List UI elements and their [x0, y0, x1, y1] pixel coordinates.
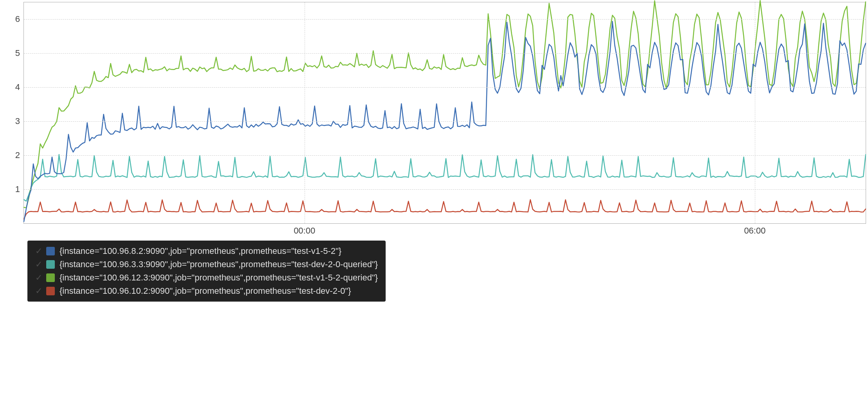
grid-line-horizontal	[24, 155, 866, 156]
grid-line-horizontal	[24, 19, 866, 20]
series-line	[24, 200, 866, 219]
legend-swatch	[46, 247, 55, 255]
legend-item[interactable]: ✓{instance="100.96.12.3:9090",job="prome…	[35, 271, 378, 284]
x-axis-tick-label: 06:00	[744, 223, 765, 236]
legend-item[interactable]: ✓{instance="100.96.8.2:9090",job="promet…	[35, 244, 378, 258]
grid-line-horizontal	[24, 53, 866, 54]
grid-line-horizontal	[24, 121, 866, 122]
y-axis-tick-label: 1	[15, 184, 24, 194]
grid-line-horizontal	[24, 189, 866, 190]
legend-label: {instance="100.96.12.3:9090",job="promet…	[60, 273, 378, 283]
check-icon: ✓	[35, 273, 44, 282]
legend-swatch	[46, 273, 55, 282]
grid-line-vertical	[305, 2, 305, 223]
legend: ✓{instance="100.96.8.2:9090",job="promet…	[27, 241, 386, 302]
chart-lines	[24, 2, 866, 223]
y-axis-tick-label: 4	[15, 82, 24, 92]
plot-area[interactable]: 12345600:0006:00	[23, 2, 866, 224]
check-icon: ✓	[35, 260, 44, 269]
legend-item[interactable]: ✓{instance="100.96.10.2:9090",job="prome…	[35, 284, 378, 298]
grid-line-horizontal	[24, 87, 866, 88]
legend-swatch	[46, 260, 55, 269]
legend-item[interactable]: ✓{instance="100.96.3.3:9090",job="promet…	[35, 258, 378, 271]
legend-label: {instance="100.96.3.3:9090",job="prometh…	[60, 259, 378, 270]
y-axis-tick-label: 2	[15, 150, 24, 160]
x-axis-tick-label: 00:00	[294, 223, 315, 236]
legend-swatch	[46, 287, 55, 295]
y-axis-tick-label: 5	[15, 48, 24, 58]
grid-line-vertical	[755, 2, 755, 223]
legend-label: {instance="100.96.8.2:9090",job="prometh…	[60, 246, 341, 256]
series-line	[24, 155, 866, 201]
y-axis-tick-label: 3	[15, 116, 24, 126]
check-icon: ✓	[35, 247, 44, 255]
chart-panel[interactable]: 12345600:0006:00	[0, 0, 868, 229]
legend-label: {instance="100.96.10.2:9090",job="promet…	[60, 286, 351, 296]
check-icon: ✓	[35, 287, 44, 295]
y-axis-tick-label: 6	[15, 14, 24, 24]
